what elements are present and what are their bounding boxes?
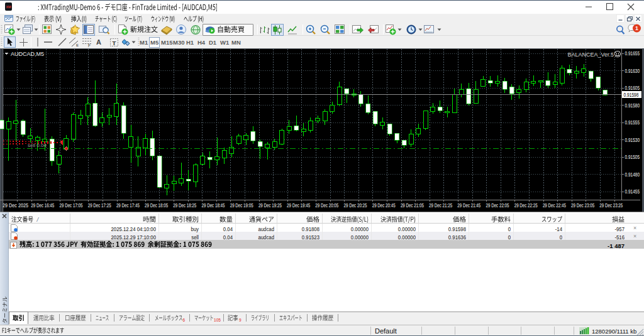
svg-text:0.91530: 0.91530 bbox=[625, 137, 640, 143]
svg-text:29 Dec 19:25: 29 Dec 19:25 bbox=[258, 202, 282, 209]
svg-text:0.91598: 0.91598 bbox=[624, 92, 639, 98]
svg-text:29 Dec 19:45: 29 Dec 19:45 bbox=[287, 202, 310, 209]
svg-text:0.91605: 0.91605 bbox=[625, 85, 640, 91]
svg-text:0.91630: 0.91630 bbox=[625, 68, 640, 74]
svg-text:0.91455: 0.91455 bbox=[625, 188, 640, 195]
svg-text:29 Dec 17:45: 29 Dec 17:45 bbox=[116, 202, 140, 209]
svg-text:1: 1 bbox=[635, 25, 638, 31]
svg-text:T: T bbox=[113, 39, 116, 46]
svg-text:29 Dec 22:25: 29 Dec 22:25 bbox=[514, 202, 538, 209]
svg-text:XM: XM bbox=[6, 5, 11, 9]
svg-text:29 Dec 20:05: 29 Dec 20:05 bbox=[315, 202, 338, 209]
svg-text:F: F bbox=[88, 43, 91, 47]
svg-text:AUDCAD,M5: AUDCAD,M5 bbox=[11, 51, 44, 57]
svg-text:29 Dec 17:05: 29 Dec 17:05 bbox=[60, 202, 83, 209]
svg-text:29 Dec 21:05: 29 Dec 21:05 bbox=[401, 202, 424, 209]
svg-text:29 Dec 21:45: 29 Dec 21:45 bbox=[457, 202, 480, 209]
svg-text:0.91580: 0.91580 bbox=[625, 102, 640, 109]
svg-text:0.91655: 0.91655 bbox=[625, 50, 640, 57]
svg-text:29 Dec 18:25: 29 Dec 18:25 bbox=[173, 202, 196, 209]
svg-text:29 Dec 17:25: 29 Dec 17:25 bbox=[88, 202, 111, 209]
svg-text:29 Dec 16:45: 29 Dec 16:45 bbox=[31, 202, 54, 209]
svg-text:BALANCEA_Ver.5: BALANCEA_Ver.5 bbox=[567, 51, 614, 58]
svg-text:29 Dec 23:05: 29 Dec 23:05 bbox=[571, 202, 594, 209]
svg-text:29 Dec 22:45: 29 Dec 22:45 bbox=[543, 202, 566, 209]
svg-text:0.91505: 0.91505 bbox=[625, 154, 640, 160]
svg-text:29 Dec 18:45: 29 Dec 18:45 bbox=[202, 202, 225, 209]
svg-text:0.91480: 0.91480 bbox=[625, 171, 640, 178]
svg-text:29 Dec 21:25: 29 Dec 21:25 bbox=[429, 202, 452, 209]
svg-text:0.91555: 0.91555 bbox=[625, 119, 640, 126]
svg-text:29 Dec 20:25: 29 Dec 20:25 bbox=[344, 202, 367, 209]
svg-text:29 Dec 23:25: 29 Dec 23:25 bbox=[599, 202, 623, 209]
svg-text:29 Dec 22:05: 29 Dec 22:05 bbox=[486, 202, 509, 209]
svg-text:29 Dec 2025: 29 Dec 2025 bbox=[3, 202, 28, 209]
svg-text:29 Dec 20:45: 29 Dec 20:45 bbox=[372, 202, 396, 209]
svg-text:E: E bbox=[76, 43, 79, 47]
svg-text:sell 0.04: sell 0.04 bbox=[28, 143, 47, 148]
svg-text:29 Dec 19:05: 29 Dec 19:05 bbox=[230, 202, 253, 209]
svg-text:29 Dec 18:05: 29 Dec 18:05 bbox=[145, 202, 168, 209]
